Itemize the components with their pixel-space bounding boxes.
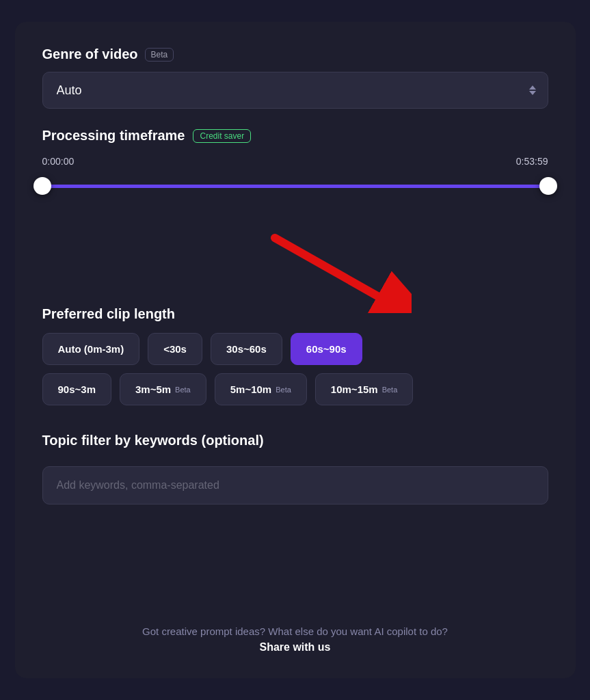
genre-title-text: Genre of video <box>42 46 138 62</box>
clip-buttons-row-2: 90s~3m 3m~5m Beta 5m~10m Beta 10m~15m Be… <box>42 373 548 405</box>
keywords-input[interactable] <box>42 466 548 504</box>
end-time-label: 0:53:59 <box>516 156 548 167</box>
clip-btn-60-90s-label: 60s~90s <box>306 343 347 355</box>
clip-btn-5m-10m-label: 5m~10m <box>230 383 271 395</box>
clip-btn-60-90s[interactable]: 60s~90s <box>291 333 362 365</box>
bottom-prompt-text: Got creative prompt ideas? What else do … <box>42 625 548 637</box>
clip-buttons-row-1: Auto (0m-3m) <30s 30s~60s 60s~90s <box>42 333 548 365</box>
main-card: Genre of video Beta Auto Entertainment E… <box>15 22 576 678</box>
clip-btn-90s-3m[interactable]: 90s~3m <box>42 373 111 405</box>
time-labels: 0:00:00 0:53:59 <box>42 156 548 167</box>
clip-btn-3m-5m[interactable]: 3m~5m Beta <box>120 373 206 405</box>
clip-btn-30s[interactable]: <30s <box>148 333 202 365</box>
clip-btn-3m-5m-label: 3m~5m <box>135 383 171 395</box>
clip-length-section: Preferred clip length Auto (0m-3m) <30s … <box>42 306 548 414</box>
timeframe-header: Processing timeframe Credit saver <box>42 128 548 144</box>
start-time-label: 0:00:00 <box>42 156 75 167</box>
slider-thumb-right[interactable] <box>539 177 557 195</box>
genre-select-wrapper: Auto Entertainment Education Sports News… <box>42 72 548 109</box>
genre-select[interactable]: Auto Entertainment Education Sports News… <box>42 72 548 109</box>
genre-title: Genre of video Beta <box>42 46 548 62</box>
genre-beta-badge: Beta <box>145 48 174 62</box>
clip-btn-auto-label: Auto (0m-3m) <box>58 343 124 355</box>
share-with-us-link[interactable]: Share with us <box>42 641 548 654</box>
timeframe-section: Processing timeframe Credit saver 0:00:0… <box>42 128 548 205</box>
clip-btn-30-60s[interactable]: 30s~60s <box>211 333 282 365</box>
clip-btn-10m-15m-label: 10m~15m <box>331 383 378 395</box>
arrow-annotation <box>42 224 548 313</box>
clip-btn-auto[interactable]: Auto (0m-3m) <box>42 333 140 365</box>
timeframe-slider[interactable] <box>42 174 548 198</box>
clip-btn-5m-10m[interactable]: 5m~10m Beta <box>215 373 307 405</box>
clip-btn-30-60s-label: 30s~60s <box>226 343 267 355</box>
bottom-section: Got creative prompt ideas? What else do … <box>42 595 548 654</box>
clip-btn-30s-label: <30s <box>163 343 187 355</box>
topic-filter-section: Topic filter by keywords (optional) <box>42 433 548 504</box>
red-arrow-icon <box>261 231 412 313</box>
timeframe-title: Processing timeframe <box>42 128 185 144</box>
svg-line-1 <box>275 238 377 296</box>
clip-btn-10m-15m[interactable]: 10m~15m Beta <box>315 373 413 405</box>
topic-filter-title: Topic filter by keywords (optional) <box>42 433 548 448</box>
slider-thumb-left[interactable] <box>33 177 51 195</box>
genre-section: Genre of video Beta Auto Entertainment E… <box>42 46 548 109</box>
credit-saver-badge: Credit saver <box>193 129 251 143</box>
clip-btn-90s-3m-label: 90s~3m <box>58 383 96 395</box>
slider-track <box>42 185 548 188</box>
